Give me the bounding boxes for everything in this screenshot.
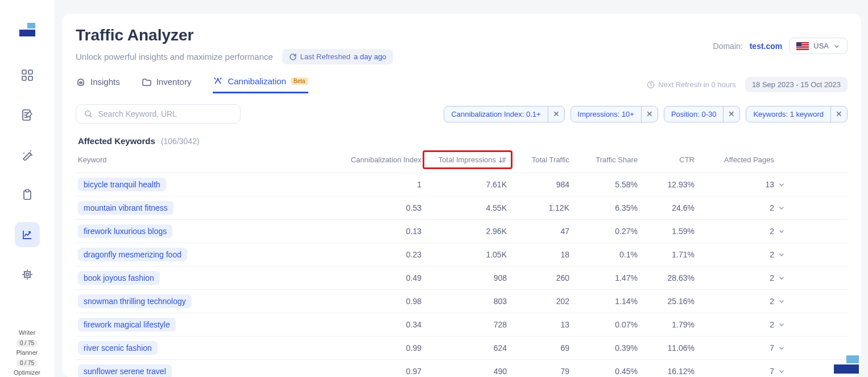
clipboard-icon	[22, 189, 33, 200]
filter-chip-label[interactable]: Keywords: 1 keyword	[746, 106, 830, 122]
cell-share: 0.1%	[573, 250, 641, 259]
tab-cannibalization[interactable]: Cannibalization Beta	[213, 76, 308, 93]
nav-magic[interactable]	[15, 142, 40, 167]
nav-clipboard[interactable]	[15, 182, 40, 207]
cell-impressions: 624	[425, 343, 510, 353]
expand-row-button[interactable]	[778, 181, 806, 188]
cell-pages: 2	[698, 203, 778, 212]
svg-point-9	[31, 155, 32, 156]
filter-chip-label[interactable]: Impressions: 10+	[571, 106, 641, 122]
expand-row-button[interactable]	[778, 344, 806, 352]
nav-cpu[interactable]	[15, 262, 40, 287]
refresh-icon	[289, 53, 297, 61]
filter-chip: Position: 0-30✕	[664, 106, 741, 122]
last-refreshed-pill[interactable]: Last Refreshed a day ago	[282, 49, 393, 64]
nav-editor[interactable]	[15, 103, 40, 128]
filter-chip-close[interactable]: ✕	[641, 106, 658, 122]
search-input[interactable]	[98, 109, 233, 118]
cell-traffic: 13	[510, 320, 573, 329]
filter-chip: Impressions: 10+✕	[571, 106, 658, 122]
domain-value: test.com	[750, 42, 783, 51]
table-row: sunflower serene travel0.97490790.45%16.…	[76, 359, 848, 377]
nav-analytics[interactable]	[15, 222, 40, 247]
tab-insights[interactable]: Insights	[76, 77, 120, 93]
filter-chip-label[interactable]: Position: 0-30	[664, 106, 724, 122]
keyword-chip[interactable]: firework luxurious blogs	[78, 224, 172, 238]
keyword-chip[interactable]: bicycle tranquil health	[78, 178, 166, 191]
cell-impressions: 803	[425, 297, 510, 306]
filter-chip-label[interactable]: Cannibalization Index: 0.1+	[444, 106, 547, 122]
cell-pages: 13	[698, 180, 778, 189]
keyword-chip[interactable]: dragonfly mesmerizing food	[78, 248, 187, 261]
table-row: firework magical lifestyle0.34728130.07%…	[76, 313, 848, 336]
expand-row-button[interactable]	[778, 274, 806, 282]
expand-row-button[interactable]	[778, 227, 806, 235]
cell-traffic: 47	[510, 227, 573, 236]
keyword-chip[interactable]: river scenic fashion	[78, 341, 158, 355]
next-refresh-text: Next Refresh in 0 hours	[647, 80, 736, 89]
keyword-chip[interactable]: mountain vibrant fitness	[78, 201, 173, 215]
keyword-chip[interactable]: snowman thrilling technology	[78, 294, 192, 308]
chevron-down-icon	[833, 43, 840, 50]
cell-ctr: 11.06%	[641, 343, 698, 353]
search-box[interactable]	[76, 104, 241, 124]
cell-can_index: 0.99	[340, 343, 425, 353]
cell-share: 1.47%	[573, 273, 641, 282]
country-selector[interactable]: USA	[789, 38, 848, 54]
cell-impressions: 908	[425, 273, 510, 282]
cell-impressions: 728	[425, 320, 510, 329]
filter-chip-close[interactable]: ✕	[830, 106, 847, 122]
cell-pages: 2	[698, 320, 778, 329]
th-share[interactable]: Traffic Share	[573, 155, 641, 164]
cell-traffic: 1.12K	[510, 203, 573, 212]
table-row: mountain vibrant fitness0.534.55K1.12K6.…	[76, 196, 848, 219]
th-impressions[interactable]: Total Impressions	[423, 150, 512, 169]
filter-chip: Keywords: 1 keyword✕	[746, 106, 848, 122]
table-row: dragonfly mesmerizing food0.231.05K180.1…	[76, 243, 848, 266]
svg-rect-1	[19, 30, 35, 36]
expand-row-button[interactable]	[778, 297, 806, 305]
cell-ctr: 12.93%	[641, 180, 698, 189]
chart-line-icon	[22, 229, 33, 240]
tab-inventory[interactable]: Inventory	[142, 77, 192, 93]
expand-row-button[interactable]	[778, 321, 806, 329]
date-range-pill[interactable]: 18 Sep 2023 - 15 Oct 2023	[745, 77, 848, 92]
planner-label: Planner	[16, 349, 38, 356]
cell-pages: 2	[698, 273, 778, 282]
wand-icon	[22, 149, 33, 161]
expand-row-button[interactable]	[778, 251, 806, 259]
cell-can_index: 0.98	[340, 297, 425, 306]
cell-ctr: 28.63%	[641, 273, 698, 282]
sidebar-quota-block: Writer 0 / 75 Planner 0 / 75 Optimizer	[0, 329, 54, 377]
corner-logo-icon	[834, 355, 859, 374]
keyword-chip[interactable]: sunflower serene travel	[78, 364, 172, 377]
th-traffic[interactable]: Total Traffic	[510, 155, 573, 164]
th-keyword[interactable]: Keyword	[78, 155, 340, 164]
th-can-index[interactable]: Cannibalization Index	[340, 155, 425, 164]
filter-chip-close[interactable]: ✕	[548, 106, 564, 122]
app-logo-icon	[19, 23, 35, 36]
table-row: river scenic fashion0.99624690.39%11.06%…	[76, 336, 848, 359]
th-ctr[interactable]: CTR	[641, 155, 698, 164]
th-pages[interactable]: Affected Pages	[698, 155, 778, 164]
keyword-chip[interactable]: book joyous fashion	[78, 271, 160, 285]
search-icon	[84, 109, 93, 118]
svg-rect-17	[846, 355, 859, 363]
cell-ctr: 1.79%	[641, 320, 698, 329]
nav-dashboard[interactable]	[15, 63, 40, 88]
keyword-chip[interactable]: firework magical lifestyle	[78, 318, 176, 331]
cell-impressions: 1.05K	[425, 250, 510, 259]
writer-badge: 0 / 75	[16, 339, 38, 347]
cell-can_index: 0.13	[340, 227, 425, 236]
sort-desc-icon	[498, 156, 506, 164]
svg-point-14	[217, 78, 219, 80]
chevron-down-icon	[778, 251, 786, 259]
cell-ctr: 24.6%	[641, 203, 698, 212]
cpu-icon	[22, 269, 33, 280]
cell-can_index: 1	[340, 180, 425, 189]
filter-chip-close[interactable]: ✕	[723, 106, 739, 122]
chevron-down-icon	[778, 204, 786, 212]
cell-ctr: 25.16%	[641, 297, 698, 306]
expand-row-button[interactable]	[778, 204, 806, 212]
expand-row-button[interactable]	[778, 367, 806, 375]
